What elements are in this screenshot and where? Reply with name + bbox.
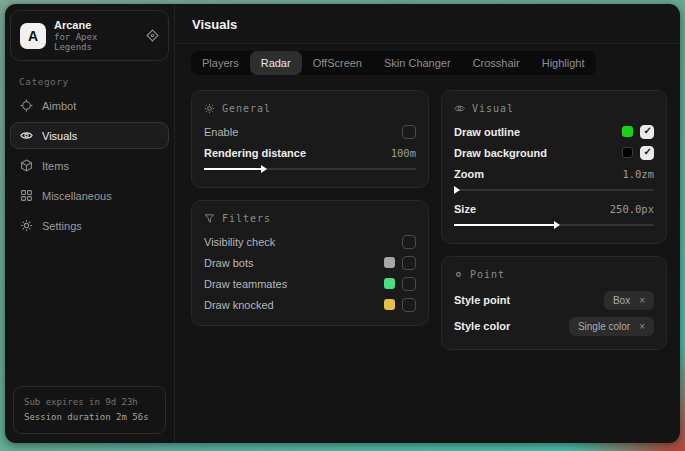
sidebar-nav: Aimbot Visuals Items [5, 92, 174, 239]
session-info-card: Sub expires in 9d 23h Session duration 2… [13, 386, 166, 434]
enable-checkbox[interactable] [402, 125, 416, 139]
draw-background-checkbox[interactable] [640, 146, 654, 160]
style-point-label: Style point [454, 294, 510, 306]
sidebar-item-miscellaneous[interactable]: Miscellaneous [10, 182, 169, 209]
draw-outline-row: Draw outline [454, 121, 654, 142]
draw-outline-checkbox[interactable] [640, 125, 654, 139]
tab-bar: Players Radar OffScreen Skin Changer Cro… [191, 51, 596, 75]
slider-thumb[interactable] [454, 186, 460, 194]
draw-bots-color-swatch[interactable] [384, 257, 395, 268]
zoom-label: Zoom [454, 168, 484, 180]
visibility-check-row: Visibility check [204, 231, 416, 252]
sidebar-item-label: Settings [42, 220, 82, 232]
close-icon[interactable]: × [639, 295, 645, 306]
style-color-row: Style color Single color × [454, 313, 654, 339]
sidebar-item-settings[interactable]: Settings [10, 212, 169, 239]
visual-card-title: Visual [454, 99, 654, 121]
draw-bots-row: Draw bots [204, 252, 416, 273]
tab-skin-changer[interactable]: Skin Changer [373, 51, 462, 75]
zoom-slider[interactable] [454, 185, 654, 195]
section-title: Point [470, 269, 505, 280]
section-title: General [222, 103, 271, 114]
crosshair-icon [20, 99, 33, 112]
visibility-check-label: Visibility check [204, 236, 275, 248]
draw-knocked-label: Draw knocked [204, 299, 274, 311]
sidebar-item-label: Visuals [42, 130, 77, 142]
content-area: General Enable Rendering distance 100m [175, 75, 680, 365]
gear-icon [20, 219, 33, 232]
style-color-select[interactable]: Single color × [569, 317, 654, 336]
close-icon[interactable]: × [639, 321, 645, 332]
point-card-title: Point [454, 265, 654, 287]
sidebar-item-label: Miscellaneous [42, 190, 112, 202]
size-slider[interactable] [454, 220, 654, 230]
style-point-chip-value: Box [613, 295, 630, 306]
style-point-row: Style point Box × [454, 287, 654, 313]
tab-crosshair[interactable]: Crosshair [462, 51, 531, 75]
main-header: Visuals [175, 4, 680, 44]
draw-outline-label: Draw outline [454, 126, 520, 138]
session-duration-text: Session duration 2m 56s [24, 410, 155, 425]
page-title: Visuals [192, 17, 237, 32]
draw-teammates-color-swatch[interactable] [384, 278, 395, 289]
draw-background-row: Draw background [454, 142, 654, 163]
compass-icon[interactable] [146, 29, 159, 42]
draw-outline-color-swatch[interactable] [622, 126, 633, 137]
app-subtitle: for Apex Legends [54, 32, 138, 52]
draw-bots-checkbox[interactable] [402, 256, 416, 270]
sidebar-item-label: Items [42, 160, 69, 172]
main-panel: Visuals Players Radar OffScreen Skin Cha… [175, 4, 680, 443]
sub-expiry-text: Sub expires in 9d 23h [24, 395, 155, 410]
style-color-label: Style color [454, 320, 510, 332]
eye-icon [20, 129, 33, 142]
size-value: 250.0px [610, 203, 654, 215]
rendering-distance-slider[interactable] [204, 164, 416, 174]
filters-card-title: Filters [204, 209, 416, 231]
enable-label: Enable [204, 126, 238, 138]
sidebar-item-visuals[interactable]: Visuals [10, 122, 169, 149]
tab-radar[interactable]: Radar [250, 51, 302, 75]
style-color-chip-value: Single color [578, 321, 630, 332]
sidebar: A Arcane for Apex Legends Category Aimbo… [5, 4, 175, 443]
app-header-card: A Arcane for Apex Legends [10, 10, 169, 61]
tabs-wrap: Players Radar OffScreen Skin Changer Cro… [175, 44, 680, 75]
tab-players[interactable]: Players [191, 51, 250, 75]
general-card: General Enable Rendering distance 100m [191, 90, 429, 188]
rendering-distance-row: Rendering distance 100m [204, 142, 416, 163]
draw-teammates-checkbox[interactable] [402, 277, 416, 291]
tab-offscreen[interactable]: OffScreen [302, 51, 373, 75]
visibility-check-checkbox[interactable] [402, 235, 416, 249]
draw-knocked-row: Draw knocked [204, 294, 416, 315]
enable-row: Enable [204, 121, 416, 142]
sidebar-item-items[interactable]: Items [10, 152, 169, 179]
style-point-select[interactable]: Box × [604, 291, 654, 310]
app-meta: Arcane for Apex Legends [54, 19, 138, 52]
grid-icon [20, 189, 33, 202]
sidebar-item-label: Aimbot [42, 100, 76, 112]
rendering-distance-value: 100m [391, 147, 416, 159]
tab-highlight[interactable]: Highlight [531, 51, 596, 75]
slider-thumb[interactable] [554, 221, 560, 229]
draw-bots-label: Draw bots [204, 257, 254, 269]
category-label: Category [19, 76, 160, 87]
draw-teammates-label: Draw teammates [204, 278, 287, 290]
app-title: Arcane [54, 19, 138, 31]
box-icon [20, 159, 33, 172]
funnel-icon [204, 213, 215, 224]
rendering-distance-label: Rendering distance [204, 147, 306, 159]
general-card-title: General [204, 99, 416, 121]
draw-knocked-color-swatch[interactable] [384, 299, 395, 310]
draw-knocked-checkbox[interactable] [402, 298, 416, 312]
draw-background-color-swatch[interactable] [622, 147, 633, 158]
column-left: General Enable Rendering distance 100m [191, 90, 429, 326]
draw-teammates-row: Draw teammates [204, 273, 416, 294]
size-label: Size [454, 203, 476, 215]
eye-icon [454, 103, 465, 114]
sidebar-item-aimbot[interactable]: Aimbot [10, 92, 169, 119]
column-right: Visual Draw outline Draw background [441, 90, 667, 350]
visual-card: Visual Draw outline Draw background [441, 90, 667, 244]
section-title: Visual [472, 103, 514, 114]
filters-card: Filters Visibility check Draw bots [191, 200, 429, 326]
slider-thumb[interactable] [261, 165, 267, 173]
size-row: Size 250.0px [454, 198, 654, 219]
